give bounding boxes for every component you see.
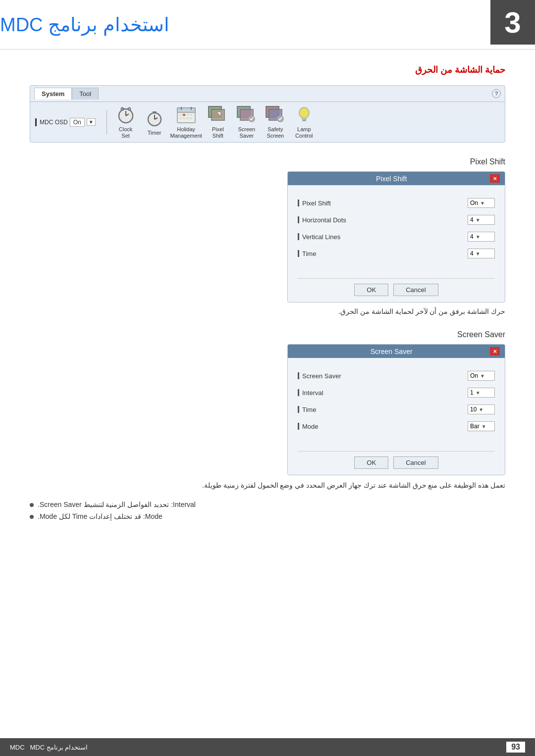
svg-rect-18 (190, 114, 192, 116)
pixel-shift-row-3-select[interactable]: 4 ▼ (468, 249, 495, 258)
label-bar-icon (298, 216, 299, 223)
screen-saver-row-0-label: Screen Saver (298, 372, 341, 380)
osd-value[interactable]: On (70, 118, 85, 127)
dropdown-arrow-icon: ▼ (476, 390, 481, 396)
pixel-shift-dialog-footer: OK Cancel (298, 278, 495, 296)
screen-saver-row-1-select[interactable]: 1 ▼ (468, 388, 495, 398)
osd-arrow-icon[interactable]: ▼ (87, 118, 96, 126)
toolbar-item-lampcontrol[interactable]: LampControl (291, 105, 317, 139)
pixel-shift-cancel-button[interactable]: Cancel (393, 284, 438, 296)
toolbar-item-clock-set[interactable]: ClockSet (113, 105, 139, 139)
toolbar-top: System Tool ? (30, 86, 505, 102)
pixel-shift-row-1-select[interactable]: 4 ▼ (468, 215, 495, 225)
screensaver-label: ScreenSaver (238, 126, 255, 139)
bullet-item-interval: Interval: تحديد الفواصل الزمنية لتنشيط S… (30, 501, 505, 508)
screen-saver-dialog: Screen Saver × Screen Saver On ▼ (287, 344, 505, 475)
page-footer: 93 استخدام برنامج MDC MDC (0, 738, 535, 756)
pixel-shift-row-3: Time 4 ▼ (298, 249, 495, 258)
toolbar-body: MDC OSD On ▼ ClockSet (30, 102, 505, 142)
page-header: استخدام برنامج MDC 3 (0, 0, 535, 50)
dropdown-arrow-icon: ▼ (476, 251, 481, 256)
toolbar-item-pixelshift[interactable]: PixelShift (205, 105, 231, 139)
page-number: 93 (506, 742, 525, 753)
bullet-item-mode: Mode: قد تختلف إعدادات Time لكل Mode. (30, 512, 505, 520)
svg-point-31 (299, 107, 309, 118)
svg-rect-16 (183, 114, 185, 116)
screen-saver-section: Screen Saver Screen Saver × Screen Saver (30, 330, 505, 520)
toolbar-divider (107, 110, 107, 135)
pixelshift-label: PixelShift (212, 126, 224, 139)
pixel-shift-row-2-select[interactable]: 4 ▼ (468, 232, 495, 242)
screen-saver-dialog-title: Screen Saver (293, 348, 490, 355)
dropdown-arrow-icon: ▼ (480, 201, 485, 206)
toolbar-tabs: System Tool (34, 88, 99, 100)
screen-saver-row-3-label: Mode (298, 423, 319, 430)
pixel-shift-dialog-title: Pixel Shift (293, 175, 490, 183)
bullet-dot-icon (30, 503, 34, 507)
screen-saver-ok-button[interactable]: OK (354, 456, 388, 469)
screen-saver-row-0: Screen Saver On ▼ (298, 371, 495, 381)
screen-saver-title: Screen Saver (457, 330, 505, 339)
section-title: حماية الشاشة من الحرق (415, 65, 505, 75)
pixel-shift-row-0-label: Pixel Shift (298, 200, 331, 207)
screen-saver-dialog-footer: OK Cancel (298, 451, 495, 469)
chapter-number: 3 (490, 0, 535, 45)
tab-system[interactable]: System (34, 88, 72, 100)
main-content: حماية الشاشة من الحرق System Tool ? MDC … (0, 50, 535, 550)
pixel-shift-row-2-label: Vertical Lines (298, 233, 340, 241)
timer-label: Timer (148, 130, 161, 136)
toolbar-item-holiday[interactable]: HolidayManagement (170, 105, 202, 139)
osd-label: MDC OSD (40, 119, 68, 126)
svg-rect-15 (179, 114, 182, 116)
pixel-shift-row-1: Horizontal Dots 4 ▼ (298, 215, 495, 225)
section-heading: حماية الشاشة من الحرق (30, 64, 505, 75)
clock-set-label: ClockSet (119, 126, 133, 139)
help-icon[interactable]: ? (492, 89, 501, 98)
pixel-shift-description: حرك الشاشة برفق من أن لآخر لحماية الشاشة… (30, 307, 505, 315)
osd-bar (35, 118, 37, 126)
pixel-shift-row-2: Vertical Lines 4 ▼ (298, 232, 495, 242)
page-title: استخدام برنامج MDC (0, 14, 169, 36)
svg-rect-33 (302, 120, 306, 121)
pixel-shift-row-0-select[interactable]: On ▼ (468, 198, 495, 208)
screen-saver-row-3-select[interactable]: Bar ▼ (468, 421, 495, 431)
footer-brand: استخدام برنامج MDC MDC (10, 744, 88, 751)
pixel-shift-row-1-label: Horizontal Dots (298, 216, 346, 224)
label-bar-icon (298, 250, 299, 257)
pixel-shift-dialog: Pixel Shift × Pixel Shift On ▼ (287, 171, 505, 302)
tab-tool[interactable]: Tool (72, 88, 99, 100)
screensaver-icon (237, 105, 257, 125)
pixelshift-icon (208, 105, 228, 125)
pixel-shift-ok-button[interactable]: OK (354, 284, 388, 296)
screen-saver-row-2-select[interactable]: 10 ▼ (468, 404, 495, 414)
toolbar-item-timer[interactable]: Timer (142, 108, 167, 136)
screen-saver-row-2: Time 10 ▼ (298, 404, 495, 414)
screen-saver-dialog-header: Screen Saver × (288, 345, 505, 358)
screen-saver-header: Screen Saver (30, 330, 505, 339)
dropdown-arrow-icon: ▼ (476, 234, 481, 240)
svg-rect-22 (190, 117, 192, 119)
bullet-list: Interval: تحديد الفواصل الزمنية لتنشيط S… (30, 501, 505, 520)
lampcontrol-label: LampControl (295, 126, 313, 139)
label-bar-icon (298, 233, 299, 240)
dropdown-arrow-icon: ▼ (476, 217, 481, 223)
toolbar-item-screensaver[interactable]: ScreenSaver (234, 105, 260, 139)
screen-saver-row-2-label: Time (298, 406, 316, 413)
dropdown-arrow-icon: ▼ (479, 407, 483, 412)
screen-saver-row-0-select[interactable]: On ▼ (468, 371, 495, 381)
svg-rect-12 (177, 108, 195, 112)
toolbar-item-safetyscreen[interactable]: SafetyScreen (263, 105, 288, 139)
label-bar-icon (298, 200, 299, 206)
screen-saver-cancel-button[interactable]: Cancel (393, 456, 438, 469)
pixel-shift-title: Pixel Shift (470, 157, 505, 166)
screen-saver-close-button[interactable]: × (490, 347, 500, 355)
screen-saver-row-1: Interval 1 ▼ (298, 388, 495, 398)
label-bar-icon (298, 423, 299, 430)
pixel-shift-row-3-label: Time (298, 250, 316, 257)
screen-saver-row-3: Mode Bar ▼ (298, 421, 495, 431)
svg-point-4 (128, 108, 130, 110)
bullet-text-interval: Interval: تحديد الفواصل الزمنية لتنشيط S… (38, 501, 196, 508)
holiday-label: HolidayManagement (170, 126, 202, 139)
dropdown-arrow-icon: ▼ (482, 424, 486, 429)
pixel-shift-close-button[interactable]: × (490, 174, 500, 183)
